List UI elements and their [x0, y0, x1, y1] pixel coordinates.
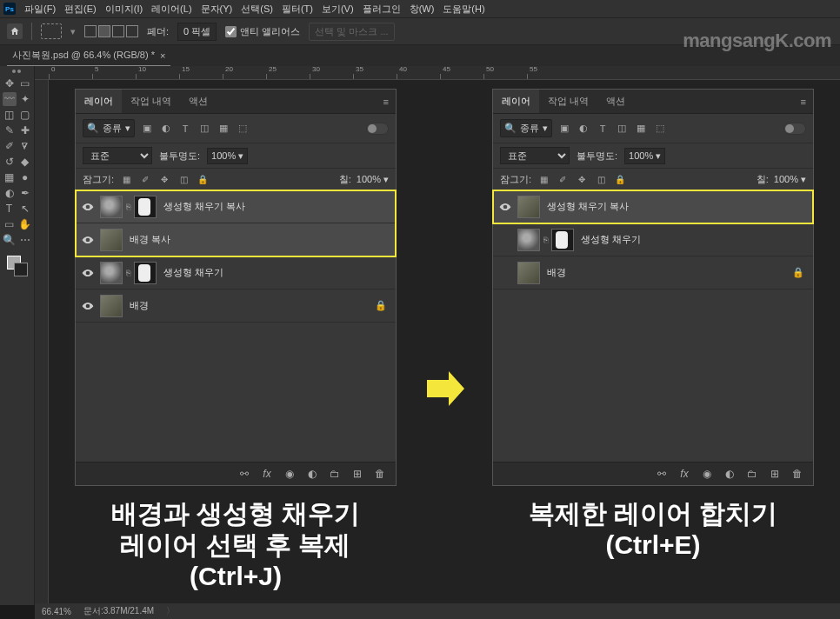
type-tool[interactable]: T	[3, 202, 17, 216]
lock-all-icon[interactable]: 🔒	[196, 172, 210, 186]
filter-adjust-icon[interactable]: ◐	[159, 122, 173, 136]
lock-position-icon[interactable]: ✥	[575, 172, 589, 186]
filter-shape-icon[interactable]: ◫	[615, 122, 629, 136]
fx-icon[interactable]: fx	[260, 468, 274, 480]
background-color[interactable]	[14, 263, 28, 276]
layer-name[interactable]: 생성형 채우기	[577, 233, 810, 246]
layer-filter-dropdown[interactable]: 🔍 종류 ▾	[500, 119, 552, 137]
filter-toggle[interactable]	[783, 123, 806, 135]
filter-artboard-icon[interactable]: ⬚	[653, 122, 667, 136]
move-tool[interactable]: ✥	[3, 77, 17, 90]
menu-edit[interactable]: 편집(E)	[61, 1, 100, 17]
path-tool[interactable]: ↖	[18, 202, 32, 216]
menu-filter[interactable]: 필터(T)	[278, 1, 317, 17]
layer-thumbnail[interactable]	[100, 295, 123, 317]
shape-tool[interactable]: ▭	[3, 217, 17, 231]
visibility-icon[interactable]	[79, 201, 97, 213]
layer-row[interactable]: ⎘ 생성형 채우기	[493, 223, 813, 256]
mask-icon[interactable]: ◉	[700, 468, 714, 480]
layer-thumbnail[interactable]	[100, 229, 123, 251]
layer-name[interactable]: 생성형 채우기	[160, 266, 392, 279]
zoom-level[interactable]: 66.41%	[42, 607, 71, 616]
menu-view[interactable]: 보기(V)	[318, 1, 357, 17]
adjustment-icon[interactable]: ◐	[305, 468, 319, 480]
opacity-value[interactable]: 100% ▾	[624, 148, 665, 164]
lock-image-icon[interactable]: ✐	[556, 172, 570, 186]
fill-value[interactable]: 100% ▾	[357, 174, 389, 185]
delete-icon[interactable]: 🗑	[790, 468, 804, 480]
lock-all-icon[interactable]: 🔒	[613, 172, 627, 186]
filter-smart-icon[interactable]: ▦	[217, 122, 230, 136]
filter-toggle[interactable]	[366, 123, 389, 135]
tab-history[interactable]: 작업 내역	[122, 90, 180, 113]
filter-type-icon[interactable]: T	[178, 122, 192, 136]
layer-name[interactable]: 배경	[543, 266, 789, 279]
layer-row[interactable]: 생성형 채우기 복사	[493, 190, 813, 223]
link-layers-icon[interactable]: ⚯	[655, 468, 669, 480]
blur-tool[interactable]: ●	[18, 170, 32, 184]
menu-select[interactable]: 선택(S)	[237, 1, 277, 17]
group-icon[interactable]: 🗀	[745, 468, 759, 480]
tab-actions[interactable]: 액션	[597, 90, 634, 113]
eyedropper-tool[interactable]: ✎	[3, 123, 17, 137]
heal-tool[interactable]: ✚	[18, 123, 32, 137]
visibility-icon[interactable]	[79, 267, 97, 279]
link-layers-icon[interactable]: ⚯	[237, 468, 251, 480]
delete-icon[interactable]: 🗑	[373, 468, 387, 480]
frame-tool[interactable]: ▢	[18, 108, 32, 122]
brush-tool[interactable]: ✐	[3, 139, 17, 153]
edit-toolbar[interactable]: ⋯	[18, 233, 32, 247]
selection-mode-icons[interactable]	[84, 25, 138, 37]
visibility-icon[interactable]	[497, 201, 514, 213]
layer-row[interactable]: ⎘ 생성형 채우기	[76, 256, 396, 290]
layer-thumbnail[interactable]	[517, 262, 540, 284]
feather-value[interactable]: 0 픽셀	[177, 23, 217, 41]
dodge-tool[interactable]: ◐	[3, 186, 17, 200]
lock-artboard-icon[interactable]: ◫	[594, 172, 608, 186]
menu-file[interactable]: 파일(F)	[21, 1, 59, 17]
filter-shape-icon[interactable]: ◫	[197, 122, 211, 136]
layer-row[interactable]: 배경 🔒	[493, 256, 813, 290]
menu-help[interactable]: 도움말(H)	[439, 1, 488, 17]
tab-history[interactable]: 작업 내역	[539, 90, 597, 113]
layer-row[interactable]: 배경 복사	[76, 223, 396, 256]
layer-row[interactable]: ⎘ 생성형 채우기 복사	[76, 190, 396, 223]
fill-value[interactable]: 100% ▾	[774, 174, 806, 185]
menu-window[interactable]: 창(W)	[406, 1, 438, 17]
visibility-icon[interactable]	[79, 300, 97, 312]
layer-mask-thumbnail[interactable]	[134, 262, 157, 284]
gradient-tool[interactable]: ▦	[3, 170, 17, 184]
layer-thumbnail[interactable]	[100, 262, 123, 284]
eraser-tool[interactable]: ◆	[18, 155, 32, 169]
lock-transparency-icon[interactable]: ▦	[119, 172, 133, 186]
pen-tool[interactable]: ✒	[18, 186, 32, 200]
filter-adjust-icon[interactable]: ◐	[577, 122, 590, 136]
lock-position-icon[interactable]: ✥	[157, 172, 171, 186]
crop-tool[interactable]: ◫	[3, 108, 17, 122]
new-layer-icon[interactable]: ⊞	[768, 468, 782, 480]
antialias-checkbox[interactable]: 앤티 앨리어스	[225, 25, 300, 38]
lasso-tool[interactable]: 〰	[3, 92, 17, 106]
filter-pixel-icon[interactable]: ▣	[140, 122, 154, 136]
layer-filter-dropdown[interactable]: 🔍 종류 ▾	[83, 119, 135, 137]
new-layer-icon[interactable]: ⊞	[350, 468, 364, 480]
color-swatches[interactable]	[7, 256, 28, 276]
stamp-tool[interactable]: ⛛	[18, 139, 32, 153]
blend-mode-dropdown[interactable]: 표준	[83, 147, 152, 164]
lock-transparency-icon[interactable]: ▦	[537, 172, 550, 186]
panel-menu-icon[interactable]: ≡	[794, 93, 813, 110]
layer-name[interactable]: 배경 복사	[126, 233, 392, 246]
mask-icon[interactable]: ◉	[283, 468, 297, 480]
document-tab[interactable]: 사진복원.psd @ 66.4% (RGB/8) * ×	[7, 45, 170, 66]
home-button[interactable]	[7, 23, 23, 39]
layer-mask-thumbnail[interactable]	[551, 229, 574, 251]
menu-type[interactable]: 문자(Y)	[197, 1, 237, 17]
menu-image[interactable]: 이미지(I)	[102, 1, 146, 17]
hand-tool[interactable]: ✋	[18, 217, 32, 231]
filter-pixel-icon[interactable]: ▣	[557, 122, 571, 136]
blend-mode-dropdown[interactable]: 표준	[500, 147, 570, 164]
wand-tool[interactable]: ✦	[18, 92, 32, 106]
visibility-icon[interactable]	[79, 234, 97, 246]
marquee-tool[interactable]: ▭	[18, 77, 32, 90]
menu-plugin[interactable]: 플러그인	[359, 1, 404, 17]
